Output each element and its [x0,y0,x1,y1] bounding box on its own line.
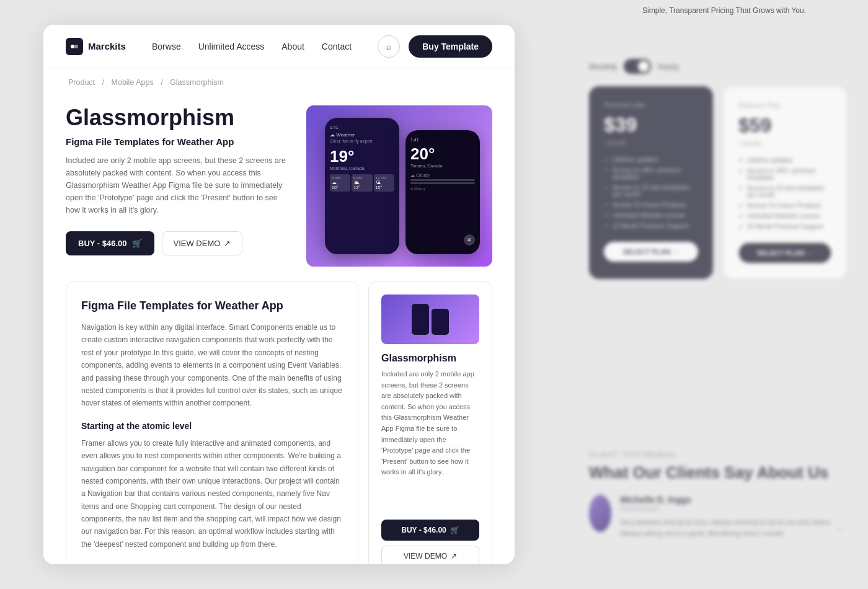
phone1-city: Montréal, Canada [330,166,394,170]
bottom-cards: Figma File Templates for Weather App Nav… [43,267,515,564]
nav-actions: ⌕ Buy Template [378,35,492,58]
pricing-cards: Premium plan $39 / month ✓Lifetime updat… [589,86,849,279]
phone1-time: 1:41 [330,125,394,130]
close-circle: ✕ [464,234,475,246]
avatar-image [589,495,611,532]
buy-template-button[interactable]: Buy Template [409,35,492,58]
platinum-feature-5: ✓Unlimited Website License [738,213,831,219]
platinum-card: Platinum Plus $59 / month ✓Lifetime upda… [723,86,847,279]
premium-select-button[interactable]: SELECT PLAN → [604,242,698,262]
nav-about[interactable]: About [281,42,304,51]
breadcrumb-sep-1: / [102,78,107,87]
nav-unlimited[interactable]: Unlimited Access [198,42,265,51]
navbar: Marckits Borwse Unlimited Access About C… [43,25,515,68]
phone1-temp: 19° [330,147,394,166]
hero-actions: BUY - $46.00 🛒 VIEW DEMO ↗ [66,231,288,255]
pricing-toggle: Monthly Yearly [589,59,849,74]
hero-subtitle: Figma File Templates for Weather App [66,136,288,147]
phone2-details: ☁ Cloudy ≡ Menu [410,173,475,191]
view-demo-label: VIEW DEMO [174,239,221,248]
platinum-feature-6: ✓24 Month Premium Support [738,223,831,230]
hero-view-demo-button[interactable]: VIEW DEMO ↗ [162,231,243,255]
testimonial-title: What Our Clients Say About Us [589,463,849,482]
thumb-phone-1 [412,304,429,335]
testimonial-text: Very pleasant and all at once. Always wo… [620,517,849,539]
right-card-description: Included are only 2 mobile app screens, … [381,369,479,512]
monthly-label: Monthly [589,62,618,71]
platinum-feature-4: ✓Access To Future Products [738,202,831,209]
platinum-feature-3: ✓Access to 10 new templates per month [738,185,831,198]
weather-bar-2 [410,182,475,184]
card-thumbnail [381,294,479,344]
hero-title: Glassmorphism [66,105,288,130]
premium-feature-2: ✓Access to 260+ premium templates [604,167,698,180]
phone1-app: ☁ Weather [330,132,394,138]
premium-feature-4: ✓Access To Future Products [604,202,698,208]
platinum-plan-label: Platinum Plus [738,102,831,109]
search-icon: ⌕ [386,42,391,51]
breadcrumb-current: Glassmorphism [170,78,224,87]
nav-browse[interactable]: Borwse [152,42,181,51]
card-demo-button[interactable]: VIEW DEMO ↗ [381,546,479,564]
testimonials-section: CLIENT TESTIMONIAL What Our Clients Say … [589,451,849,539]
breadcrumb-mobile-apps[interactable]: Mobile Apps [112,78,154,87]
platinum-select-button[interactable]: SELECT PLAN → [738,242,831,264]
testimonial-avatar [589,495,611,532]
hero-buy-label: BUY - $46.00 [78,239,127,248]
cart-icon: 🛒 [132,239,142,248]
platinum-feature-1: ✓Lifetime updates [738,157,831,164]
testimonial-name: Michelle D. Inggs [620,495,849,505]
phone1-location: Clear, fun to fly airport [330,139,394,143]
hero-section: Glassmorphism Figma File Templates for W… [43,87,515,267]
premium-feature-5: ✓Unlimited Website License [604,212,698,219]
left-card-description: Navigation is key within any digital int… [81,321,343,410]
hero-image: 1:41 ☁ Weather Clear, fun to fly airport… [306,105,492,267]
right-panel: Monthly Yearly Premium plan $39 / month … [508,0,868,589]
pricing-section: Monthly Yearly Premium plan $39 / month … [589,59,849,279]
phone2-temp: 20° [410,144,475,164]
platinum-price: $59 [738,114,831,137]
breadcrumb: Product / Mobile Apps / Glassmorphism [43,68,515,87]
hero-description: Included are only 2 mobile app screens, … [66,154,288,216]
nav-links: Borwse Unlimited Access About Contact [152,42,352,51]
logo-svg [69,42,79,51]
testimonial-label: CLIENT TESTIMONIAL [589,451,849,458]
hero-buy-button[interactable]: BUY - $46.00 🛒 [66,231,154,255]
phone-mockup-1: 1:41 ☁ Weather Clear, fun to fly airport… [325,118,399,254]
breadcrumb-product[interactable]: Product [68,78,95,87]
premium-period: / month [604,139,698,146]
testimonial-nav-arrow[interactable]: › [830,520,849,539]
left-card-title: Figma File Templates for Weather App [81,299,343,312]
breadcrumb-sep-2: / [161,78,165,87]
testimonial-content: Michelle D. Inggs Professional Very plea… [589,495,849,539]
premium-card: Premium plan $39 / month ✓Lifetime updat… [589,86,713,279]
arrow-icon: ↗ [224,239,231,248]
card-demo-label: VIEW DEMO [404,552,447,560]
left-card-subheading: Starting at the atomic level [81,421,343,431]
card-buy-label: BUY - $46.00 [401,526,446,534]
phone2-time: 1:41 [410,138,475,142]
card-buy-button[interactable]: BUY - $46.00 🛒 [381,520,479,541]
testimonial-role: Professional [620,505,849,512]
left-card: Figma File Templates for Weather App Nav… [66,281,358,564]
nav-contact[interactable]: Contact [322,42,352,51]
logo-text: Marckits [88,41,126,51]
testimonial-person: Michelle D. Inggs Professional Very plea… [620,495,849,539]
card-arrow-icon: ↗ [451,552,457,560]
logo: Marckits [66,38,126,55]
phone2-city: Toronto, Canada [410,164,475,168]
platinum-feature-2: ✓Access to 260+ premium templates [738,167,831,181]
hero-left: Glassmorphism Figma File Templates for W… [66,105,288,255]
platinum-period: / month [738,140,831,147]
search-button[interactable]: ⌕ [378,35,400,58]
premium-feature-1: ✓Lifetime updates [604,156,698,163]
phone-mockup-2: 1:41 20° Toronto, Canada ☁ Cloudy ≡ Menu… [405,130,480,254]
svg-point-0 [71,45,74,48]
weather-bar-1 [410,179,475,181]
toggle-knob [638,61,649,72]
main-card: Marckits Borwse Unlimited Access About C… [43,25,515,564]
thumbnail-phones [412,304,449,335]
left-card-sub-description: Framer allows you to create fully intera… [81,437,343,551]
svg-point-1 [74,45,78,48]
toggle-switch[interactable] [624,59,651,74]
